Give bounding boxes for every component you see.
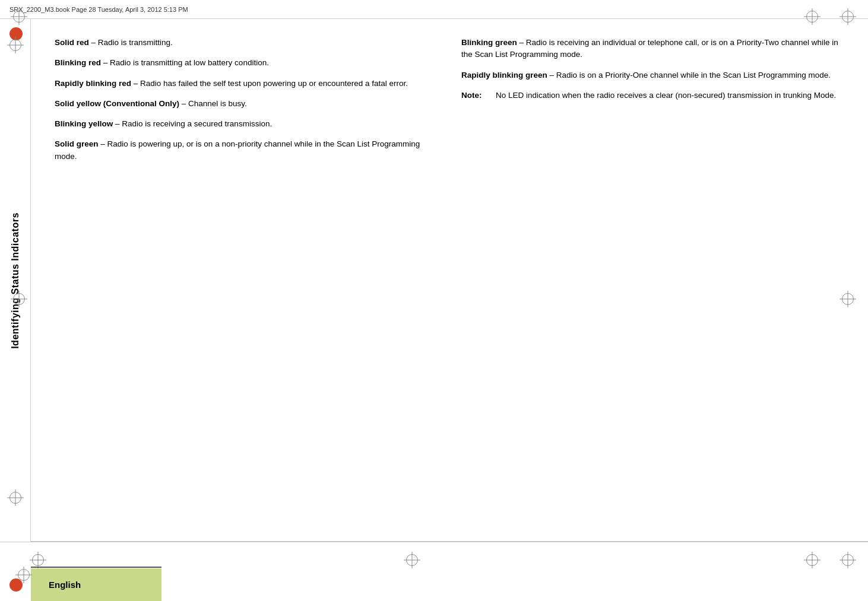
left-item-5-sep: – — [113, 119, 122, 128]
note-block: Note: No LED indication when the radio r… — [461, 90, 844, 101]
right-item-2-bold: Rapidly blinking green — [461, 71, 547, 80]
left-item-2-text: Radio is transmitting at low battery con… — [110, 58, 269, 67]
left-item-6-bold: Solid green — [55, 139, 99, 148]
main-content: Solid red – Radio is transmitting. Blink… — [31, 19, 868, 542]
right-item-2-text: Radio is on a Priority-One channel while… — [556, 71, 831, 80]
left-item-2-bold: Blinking red — [55, 58, 101, 67]
footer: 28 English — [0, 542, 868, 601]
left-item-1-sep: – — [89, 38, 98, 47]
language-tab: English — [31, 568, 161, 601]
left-column: Solid red – Radio is transmitting. Blink… — [55, 37, 438, 524]
left-item-5-bold: Blinking yellow — [55, 119, 113, 128]
reg-mark-sidebar-top — [7, 37, 24, 53]
language-label: English — [49, 580, 81, 590]
note-text: No LED indication when the radio receive… — [496, 90, 836, 101]
right-column: Blinking green – Radio is receiving an i… — [461, 37, 844, 524]
left-item-4-bold: Solid yellow (Conventional Only) — [55, 99, 179, 108]
reg-mark-right-mid — [840, 291, 856, 307]
left-item-3: Rapidly blinking red – Radio has failed … — [55, 78, 438, 90]
header-bar: SRX_2200_M3.book Page 28 Tuesday, April … — [0, 0, 868, 19]
left-item-6-text: Radio is powering up, or is on a non-pri… — [55, 139, 420, 160]
left-item-1: Solid red – Radio is transmitting. — [55, 37, 438, 49]
reg-mark-left-mid — [11, 291, 27, 307]
footer-top-rule — [31, 541, 868, 542]
left-item-2-sep: – — [101, 58, 110, 67]
reg-mark-sidebar-bottom — [7, 489, 24, 506]
reg-mark-footer-left — [15, 567, 32, 583]
header-text: SRX_2200_M3.book Page 28 Tuesday, April … — [9, 6, 188, 13]
right-item-2-sep: – — [547, 71, 556, 80]
left-item-1-text: Radio is transmitting. — [98, 38, 173, 47]
note-label: Note: — [461, 90, 490, 101]
sidebar-label: Identifying Status Indicators — [10, 212, 21, 349]
left-item-4-text: Channel is busy. — [188, 99, 247, 108]
footer-accent-rule — [31, 567, 161, 568]
left-item-6: Solid green – Radio is powering up, or i… — [55, 138, 438, 163]
left-item-3-text: Radio has failed the self test upon powe… — [140, 79, 408, 88]
left-item-5-text: Radio is receiving a secured transmissio… — [122, 119, 272, 128]
right-item-1-sep: – — [517, 38, 526, 47]
left-item-1-bold: Solid red — [55, 38, 89, 47]
right-item-1: Blinking green – Radio is receiving an i… — [461, 37, 844, 61]
left-item-5: Blinking yellow – Radio is receiving a s… — [55, 118, 438, 130]
sidebar: Identifying Status Indicators — [0, 19, 31, 542]
right-item-1-bold: Blinking green — [461, 38, 517, 47]
left-item-2: Blinking red – Radio is transmitting at … — [55, 57, 438, 69]
left-item-3-sep: – — [131, 79, 140, 88]
left-item-6-sep: – — [99, 139, 107, 148]
left-item-3-bold: Rapidly blinking red — [55, 79, 131, 88]
left-item-4: Solid yellow (Conventional Only) – Chann… — [55, 98, 438, 110]
left-item-4-sep: – — [179, 99, 188, 108]
right-item-2: Rapidly blinking green – Radio is on a P… — [461, 69, 844, 81]
